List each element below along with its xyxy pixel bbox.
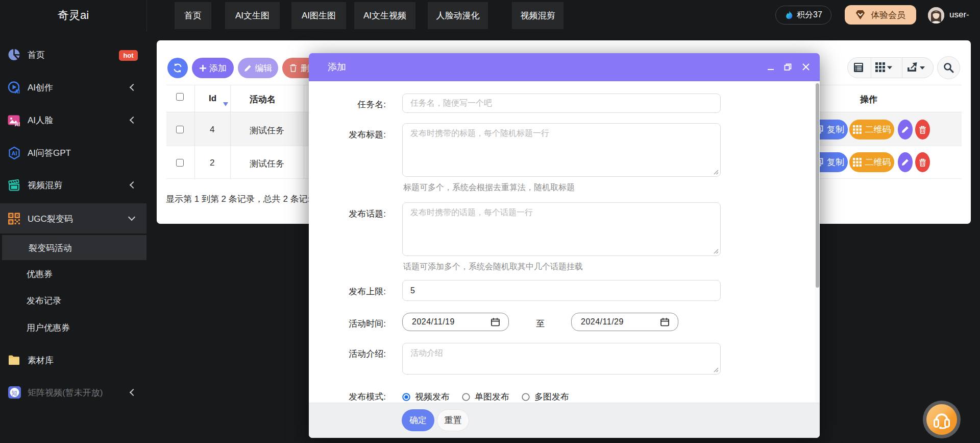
- svg-text:AI: AI: [12, 150, 17, 156]
- svg-text:短: 短: [12, 389, 18, 397]
- svg-text:AI: AI: [15, 89, 20, 95]
- svg-text:AI: AI: [15, 121, 20, 127]
